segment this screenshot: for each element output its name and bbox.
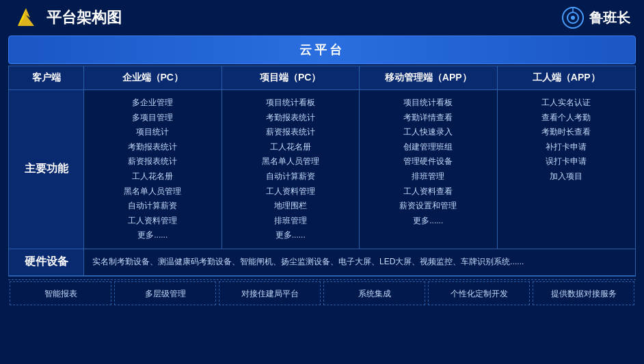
list-item: 工人资料管理 <box>90 214 216 229</box>
feature-item-1: 智能报表 <box>10 281 111 305</box>
list-item: 考勤详情查看 <box>365 111 492 126</box>
col-header-client: 客户端 <box>9 66 84 89</box>
bottom-features-row: 智能报表 多层级管理 对接住建局平台 系统集成 个性化定制开发 提供数据对接服务 <box>8 279 636 307</box>
col-header-mobile: 移动管理端（APP） <box>360 66 498 89</box>
hardware-content-text: 实名制考勤设备、测温健康码考勤设备、智能闸机、扬尘监测设备、电子大屏、LED大屏… <box>92 255 524 270</box>
list-item: 工人资料管理 <box>228 184 354 199</box>
col-header-worker: 工人端（APP） <box>498 66 636 89</box>
brand-icon <box>562 7 584 29</box>
list-item: 薪资设置和管理 <box>365 199 492 214</box>
main-content: 云平台 客户端 企业端（PC） 项目端（PC） 移动管理端（APP） 工人端（A… <box>0 36 644 312</box>
brand-logo: 鲁班长 <box>562 7 630 29</box>
hardware-content-cell: 实名制考勤设备、测温健康码考勤设备、智能闸机、扬尘监测设备、电子大屏、LED大屏… <box>84 249 635 275</box>
feature-text-6: 提供数据对接服务 <box>551 289 617 298</box>
feature-text-5: 个性化定制开发 <box>451 289 508 298</box>
row-header-main-function: 主要功能 <box>9 90 84 249</box>
list-item: 薪资报表统计 <box>90 154 216 169</box>
worker-features-list: 工人实名认证 查看个人考勤 考勤时长查看 补打卡申请 误打卡申请 加入项目 <box>503 96 630 184</box>
list-item: 管理硬件设备 <box>365 154 492 169</box>
hardware-label: 硬件设备 <box>9 249 84 275</box>
list-item: 排班管理 <box>365 169 492 184</box>
list-item: 自动计算薪资 <box>90 199 216 214</box>
list-item: 工人资料查看 <box>365 184 492 199</box>
mobile-features-list: 项目统计看板 考勤详情查看 工人快速录入 创建管理班组 管理硬件设备 排班管理 … <box>365 96 492 228</box>
enterprise-features-cell: 多企业管理 多项目管理 项目统计 考勤报表统计 薪资报表统计 工人花名册 黑名单… <box>84 90 222 249</box>
list-item: 工人实名认证 <box>503 96 630 111</box>
page-title: 平台架构图 <box>46 8 122 28</box>
list-item: 误打卡申请 <box>503 154 630 169</box>
list-item: 排班管理 <box>228 214 354 229</box>
list-item: 补打卡申请 <box>503 140 630 155</box>
list-item: 工人快速录入 <box>365 125 492 140</box>
list-item: 自动计算薪资 <box>228 169 354 184</box>
project-features-cell: 项目统计看板 考勤报表统计 薪资报表统计 工人花名册 黑名单人员管理 自动计算薪… <box>222 90 360 249</box>
list-item: 黑名单人员管理 <box>90 184 216 199</box>
mobile-features-cell: 项目统计看板 考勤详情查看 工人快速录入 创建管理班组 管理硬件设备 排班管理 … <box>360 90 498 249</box>
feature-item-2: 多层级管理 <box>114 281 216 305</box>
hardware-label-text: 硬件设备 <box>25 255 68 269</box>
feature-text-4: 系统集成 <box>358 289 391 298</box>
feature-item-3: 对接住建局平台 <box>219 281 321 305</box>
list-item: 考勤时长查看 <box>503 125 630 140</box>
header-left: 平台架构图 <box>14 5 122 30</box>
list-item: 工人花名册 <box>90 169 216 184</box>
feature-item-6: 提供数据对接服务 <box>533 281 634 305</box>
list-item: 黑名单人员管理 <box>228 154 354 169</box>
list-item: 工人花名册 <box>228 140 354 155</box>
list-item: 更多...... <box>365 214 492 229</box>
list-item: 地理围栏 <box>228 199 354 214</box>
header: 平台架构图 鲁班长 <box>0 0 644 36</box>
logo-icon <box>14 5 38 30</box>
architecture-table: 客户端 企业端（PC） 项目端（PC） 移动管理端（APP） 工人端（APP） … <box>8 66 636 277</box>
list-item: 考勤报表统计 <box>228 111 354 126</box>
list-item: 项目统计看板 <box>365 96 492 111</box>
list-item: 考勤报表统计 <box>90 140 216 155</box>
col-header-project: 项目端（PC） <box>222 66 360 89</box>
list-item: 多企业管理 <box>90 96 216 111</box>
list-item: 项目统计 <box>90 125 216 140</box>
feature-item-5: 个性化定制开发 <box>428 281 530 305</box>
list-item: 加入项目 <box>503 169 630 184</box>
list-item: 多项目管理 <box>90 111 216 126</box>
list-item: 更多...... <box>90 228 216 243</box>
worker-features-cell: 工人实名认证 查看个人考勤 考勤时长查看 补打卡申请 误打卡申请 加入项目 <box>498 90 636 249</box>
list-item: 查看个人考勤 <box>503 111 630 126</box>
svg-point-4 <box>571 16 575 20</box>
col-header-enterprise: 企业端（PC） <box>84 66 222 89</box>
main-function-label: 主要功能 <box>25 162 68 176</box>
hardware-row: 硬件设备 实名制考勤设备、测温健康码考勤设备、智能闸机、扬尘监测设备、电子大屏、… <box>9 249 635 276</box>
column-headers-row: 客户端 企业端（PC） 项目端（PC） 移动管理端（APP） 工人端（APP） <box>9 66 635 90</box>
list-item: 项目统计看板 <box>228 96 354 111</box>
feature-text-1: 智能报表 <box>44 289 77 298</box>
cloud-platform-label: 云平台 <box>299 43 345 57</box>
main-function-row: 主要功能 多企业管理 多项目管理 项目统计 考勤报表统计 薪资报表统计 工人花名… <box>9 90 635 249</box>
brand-name: 鲁班长 <box>589 9 630 27</box>
list-item: 创建管理班组 <box>365 140 492 155</box>
feature-text-3: 对接住建局平台 <box>241 289 299 298</box>
feature-text-2: 多层级管理 <box>145 289 186 298</box>
enterprise-features-list: 多企业管理 多项目管理 项目统计 考勤报表统计 薪资报表统计 工人花名册 黑名单… <box>90 96 216 243</box>
project-features-list: 项目统计看板 考勤报表统计 薪资报表统计 工人花名册 黑名单人员管理 自动计算薪… <box>228 96 354 243</box>
svg-marker-0 <box>18 8 34 26</box>
list-item: 薪资报表统计 <box>228 125 354 140</box>
list-item: 更多...... <box>228 228 354 243</box>
feature-item-4: 系统集成 <box>323 281 425 305</box>
cloud-platform-banner: 云平台 <box>8 36 636 64</box>
